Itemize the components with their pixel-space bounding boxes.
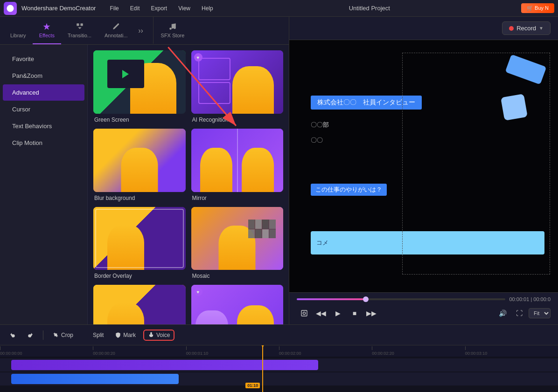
video-preview: 株式会社〇〇 社員インタビュー 〇〇部 〇〇 この仕事のやりがいは？ コメ [289,40,558,292]
effect-partial7[interactable] [93,285,186,324]
undo-button[interactable] [6,330,20,340]
effect-partial7-thumb [93,285,186,324]
effect-green-screen-thumb [93,50,186,114]
timeline-track-1 [0,358,558,371]
progress-track[interactable] [297,298,505,300]
playback-bar: 00:00:01 | 00:00:0 ◀◀ ▶ ■ ▶▶ 🔊 ⛶ [289,292,558,324]
svg-point-8 [303,312,305,314]
tab-sfxstore[interactable]: SFX Store [153,17,191,44]
buy-button[interactable]: 🛒 Buy N [521,3,554,13]
menu-edit[interactable]: Edit [126,3,145,14]
stop-button[interactable]: ■ [347,306,362,321]
track-clip-1[interactable] [11,360,318,370]
rewind-button[interactable]: ◀◀ [314,306,328,321]
effect-mosaic-thumb [191,207,284,270]
sidebar-item-cursor[interactable]: Cursor [3,101,84,117]
video-text-question: この仕事のやりがいは？ [311,184,387,196]
toolbar: Crop Split Mark Voice [0,325,558,345]
ruler-mark-2: 00:00:01:10 [186,346,279,356]
crop-button[interactable]: Crop [49,330,77,340]
redo-button[interactable] [23,330,37,340]
effect-blur-background-label: Blur background [93,195,186,201]
video-text-sub1: 〇〇部 [311,121,329,129]
video-text-bottom: コメ [316,239,328,247]
timeline-track-2 [0,372,558,385]
effect-mirror[interactable]: Mirror [191,129,284,201]
svg-point-3 [169,28,172,30]
app-title: Wondershare DemoCreator [21,5,96,12]
main-content: Library Effects Transitio... Annotati...… [0,17,558,324]
sidebar-item-text-behaviors[interactable]: Text Behaviors [3,118,84,134]
tab-more-button[interactable]: ›› [134,24,147,37]
effect-border-overlay[interactable]: Border Overlay [93,207,186,280]
menu-file[interactable]: File [105,3,123,14]
sidebar-item-favorite[interactable]: Favorite [3,51,84,67]
mark-button[interactable]: Mark [111,330,140,340]
time-display: 00:00:01 | 00:00:0 [509,296,551,302]
app-logo [4,2,17,15]
effect-green-screen[interactable]: Green Screen [93,50,186,123]
effect-green-screen-label: Green Screen [93,117,186,123]
tab-annotations[interactable]: Annotati... [98,17,134,44]
project-title: Untitled Project [220,5,519,12]
effects-grid: Green Screen ♥ AI Recognition [93,50,283,324]
effect-ai-recognition-label: AI Recognition [191,117,284,123]
sidebar-item-pan-zoom[interactable]: Pan&Zoom [3,68,84,84]
ai-recognition-badge: ♥ [194,53,202,62]
record-bar: Record ▼ [289,17,558,40]
menu-view[interactable]: View [174,3,195,14]
svg-rect-1 [77,23,79,26]
effect-border-overlay-thumb [93,207,186,270]
ruler-mark-5: 00:00:03:10 [465,346,558,356]
ruler-mark-4: 00:00:02:20 [372,346,465,356]
bottom-section: Crop Split Mark Voice 00:00:00:00 [0,324,558,392]
left-panel: Library Effects Transitio... Annotati...… [0,17,289,324]
track-clip-2[interactable] [11,374,179,384]
progress-thumb[interactable] [363,296,369,302]
timeline: 00:00:00:00 00:00:00:20 00:00:01:10 00:0… [0,345,558,392]
deco-shape-1 [505,55,547,85]
progress-row: 00:00:01 | 00:00:0 [297,296,551,302]
effect-mosaic-label: Mosaic [191,273,284,279]
playhead-marker: 01:10 [245,383,260,388]
ruler-mark-3: 00:00:02:00 [279,346,372,356]
video-bottom-banner: コメ [311,231,544,254]
effects-sidebar: Favorite Pan&Zoom Advanced Cursor Text B… [0,45,88,324]
right-panel: Record ▼ 株式会社〇〇 社員インタビュー 〇〇部 〇〇 この仕事のやりが… [289,17,558,324]
tab-transitions[interactable]: Transitio... [61,17,98,44]
volume-button[interactable]: 🔊 [495,306,510,321]
sidebar-item-advanced[interactable]: Advanced [3,84,84,101]
play-button[interactable]: ▶ [330,306,345,321]
toolbar-divider-1 [43,330,43,340]
video-canvas: 株式会社〇〇 社員インタビュー 〇〇部 〇〇 この仕事のやりがいは？ コメ [289,40,558,292]
tab-library[interactable]: Library [4,17,33,44]
tabs-row: Library Effects Transitio... Annotati...… [0,17,289,45]
fullscreen-button[interactable]: ⛶ [512,306,527,321]
effect-ai-recognition[interactable]: ♥ AI Recognition [191,50,284,123]
effect-partial8[interactable]: ♥ [191,285,284,324]
effects-grid-area: Green Screen ♥ AI Recognition [88,45,289,324]
effect-mirror-thumb [191,129,284,192]
menu-bar: Wondershare DemoCreator File Edit Export… [0,0,558,17]
split-button[interactable]: Split [81,330,107,340]
partial8-badge: ♥ [194,288,202,296]
effect-blur-background[interactable]: Blur background [93,129,186,201]
effect-border-overlay-label: Border Overlay [93,273,186,279]
record-dot [509,26,514,31]
mosaic-blur-area [248,220,276,239]
menu-export[interactable]: Export [146,3,172,14]
controls-row: ◀◀ ▶ ■ ▶▶ 🔊 ⛶ Fit [297,306,551,321]
sidebar-item-clip-motion[interactable]: Clip Motion [3,135,84,151]
record-button[interactable]: Record ▼ [502,21,551,35]
ruler-marks: 00:00:00:00 00:00:00:20 00:00:01:10 00:0… [0,345,558,356]
screenshot-button[interactable] [297,306,312,321]
effect-blur-background-thumb [93,129,186,192]
svg-rect-7 [301,310,307,316]
menu-help[interactable]: Help [197,3,218,14]
zoom-select[interactable]: Fit [529,308,551,318]
effect-mosaic[interactable]: Mosaic [191,207,284,280]
forward-button[interactable]: ▶▶ [364,306,379,321]
voice-button[interactable]: Voice [143,330,174,341]
tab-effects[interactable]: Effects [33,17,61,44]
deco-shape-2 [501,94,528,121]
